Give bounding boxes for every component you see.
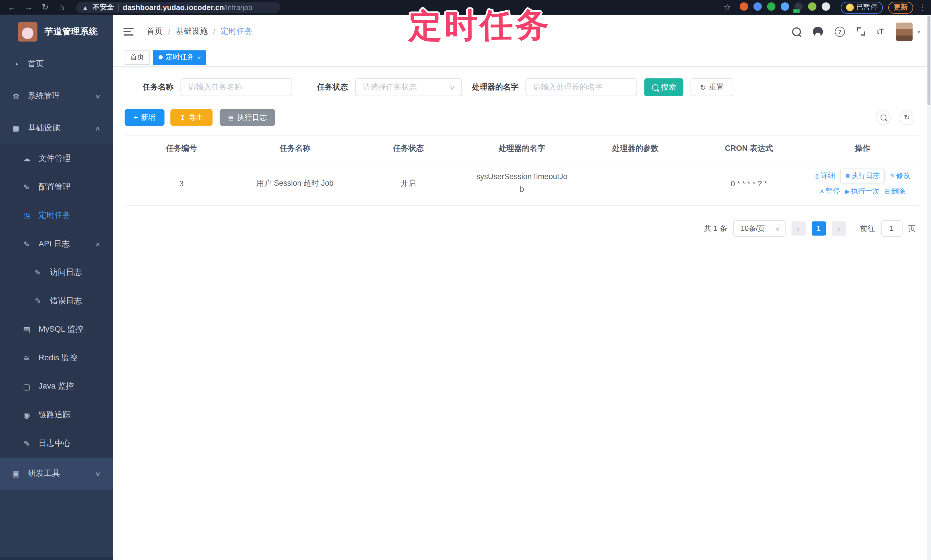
goto-page-input[interactable]: 1 bbox=[881, 220, 902, 237]
breadcrumb-item[interactable]: 基础设施 bbox=[176, 26, 208, 37]
extension-lightblue-icon[interactable] bbox=[781, 2, 789, 10]
security-label[interactable]: 不安全 bbox=[92, 2, 114, 12]
op-详细[interactable]: ◎详细 bbox=[814, 171, 835, 180]
op-修改[interactable]: ✎修改 bbox=[890, 171, 910, 180]
export-button[interactable]: ↧导出 bbox=[171, 109, 213, 126]
cell-operations: ◎详细≣执行日志✎修改 ✕暂停▶执行一次⊟删除 bbox=[806, 161, 919, 206]
chevron-down-icon[interactable]: ▾ bbox=[917, 28, 920, 35]
reload-icon[interactable]: ↻ bbox=[38, 0, 52, 15]
header-actions: ? tT ▾ bbox=[792, 22, 920, 41]
extension-puzzle-icon[interactable] bbox=[822, 2, 830, 10]
close-icon[interactable]: × bbox=[197, 54, 201, 61]
download-icon: ↧ bbox=[179, 113, 186, 122]
bookmark-star-icon[interactable]: ☆ bbox=[720, 0, 735, 15]
sidebar-item-基础设施[interactable]: ▦ 基础设施 ∧ bbox=[0, 112, 113, 144]
page-unit-label: 页 bbox=[908, 223, 916, 234]
forward-icon[interactable]: → bbox=[22, 0, 36, 15]
extension-lime-icon[interactable] bbox=[808, 2, 817, 10]
search-icon bbox=[880, 114, 886, 120]
column-header: 任务状态 bbox=[351, 135, 465, 161]
home-icon[interactable]: ⌂ bbox=[55, 0, 69, 15]
op-执行日志[interactable]: ≣执行日志 bbox=[840, 168, 885, 183]
sidebar-item-文件管理[interactable]: ☁ 文件管理 bbox=[0, 144, 113, 173]
cell-handler-params bbox=[579, 161, 692, 206]
list-icon: ≣ bbox=[228, 113, 234, 122]
tab-首页[interactable]: 首页 bbox=[125, 50, 150, 65]
gear-icon: ⚙ bbox=[11, 92, 21, 100]
toggle-search-button[interactable] bbox=[876, 110, 891, 125]
extension-blue-gem-icon[interactable] bbox=[754, 2, 762, 10]
sidebar-item-Java 监控[interactable]: ▢ Java 监控 bbox=[0, 372, 113, 401]
scrollbar[interactable] bbox=[927, 15, 931, 560]
sidebar-item-首页[interactable]: ◔ 首页 bbox=[0, 48, 113, 80]
table-toolbar: +新增 ↧导出 ≣执行日志 ↻ bbox=[125, 109, 919, 126]
sidebar-item-MySQL 监控[interactable]: ▤ MySQL 监控 bbox=[0, 315, 113, 344]
extension-green-check-icon[interactable] bbox=[767, 2, 775, 10]
extension-paused-chip[interactable]: 已暂停 bbox=[841, 2, 883, 13]
browser-extensions-area: ☆ on 已暂停 更新 ⋮ bbox=[720, 0, 926, 15]
op-删除[interactable]: ⊟删除 bbox=[885, 186, 905, 196]
browser-menu-icon[interactable]: ⋮ bbox=[919, 5, 926, 11]
cell-cron: 0 * * * * ? * bbox=[692, 161, 806, 206]
sidebar-item-访问日志[interactable]: ✎ 访问日志 bbox=[0, 258, 113, 287]
sidebar-item-API 日志[interactable]: ✎ API 日志 ∧ bbox=[0, 230, 113, 258]
prev-page-button[interactable]: ‹ bbox=[791, 222, 806, 236]
pagination: 共 1 条 10条/页∨ ‹ 1 › 前往 1 页 bbox=[125, 220, 919, 237]
address-bar[interactable]: ▲ 不安全 dashboard.yudao.iocoder.cn/infra/j… bbox=[76, 2, 280, 13]
page-size-select[interactable]: 10条/页∨ bbox=[733, 220, 785, 237]
log-center-icon: ✎ bbox=[22, 439, 31, 448]
next-page-button[interactable]: › bbox=[832, 222, 846, 236]
divider bbox=[118, 4, 119, 11]
back-icon[interactable]: ← bbox=[5, 0, 19, 15]
job-name-input[interactable]: 请输入任务名称 bbox=[180, 78, 292, 96]
job-status-select[interactable]: 请选择任务状态∨ bbox=[355, 78, 462, 96]
breadcrumb-item[interactable]: 定时任务 bbox=[221, 26, 253, 37]
sidebar-item-链路追踪[interactable]: ◉ 链路追踪 bbox=[0, 401, 113, 429]
sidebar-collapse-icon[interactable] bbox=[123, 28, 133, 35]
exec-log-button[interactable]: ≣执行日志 bbox=[220, 109, 275, 126]
reset-button[interactable]: ↻重置 bbox=[691, 78, 733, 96]
current-page[interactable]: 1 bbox=[811, 222, 826, 236]
app-logo[interactable]: 芋道管理系统 bbox=[0, 15, 113, 48]
refresh-button[interactable]: ↻ bbox=[900, 110, 914, 125]
op-暂停[interactable]: ✕暂停 bbox=[819, 186, 840, 196]
dashboard-icon: ◔ bbox=[11, 60, 21, 68]
extension-orange-icon[interactable] bbox=[740, 2, 748, 10]
tab-定时任务[interactable]: 定时任务 × bbox=[153, 50, 206, 65]
sidebar-item-错误日志[interactable]: ✎ 错误日志 bbox=[0, 287, 113, 315]
search-button[interactable]: 搜索 bbox=[644, 78, 683, 96]
avatar[interactable] bbox=[896, 22, 913, 41]
add-button[interactable]: +新增 bbox=[125, 109, 165, 126]
breadcrumb-item[interactable]: 首页 bbox=[146, 26, 163, 37]
help-icon[interactable]: ? bbox=[835, 26, 845, 36]
job-name-label: 任务名称 bbox=[143, 82, 174, 92]
scrollbar-thumb[interactable] bbox=[928, 16, 930, 105]
sidebar-item-系统管理[interactable]: ⚙ 系统管理 ∨ bbox=[0, 80, 113, 112]
edit-square-icon: ✎ bbox=[22, 183, 31, 191]
sidebar-item-Redis 监控[interactable]: ≋ Redis 监控 bbox=[0, 344, 113, 372]
screen: ← → ↻ ⌂ ▲ 不安全 dashboard.yudao.iocoder.cn… bbox=[0, 0, 931, 560]
cloud-upload-icon: ☁ bbox=[22, 154, 31, 163]
handler-name-label: 处理器的名字 bbox=[472, 82, 518, 92]
search-form: 任务名称 请输入任务名称 任务状态 请选择任务状态∨ 处理器的名字 请输入处理器… bbox=[125, 78, 919, 96]
font-size-icon[interactable]: tT bbox=[877, 27, 884, 36]
browser-update-button[interactable]: 更新 bbox=[888, 2, 913, 13]
url-text[interactable]: dashboard.yudao.iocoder.cn/infra/job bbox=[123, 3, 252, 11]
delete-icon: ⊟ bbox=[885, 188, 890, 194]
chevron-up-icon: ∧ bbox=[94, 241, 100, 247]
plus-icon: + bbox=[134, 113, 138, 122]
sidebar-bottom-strip bbox=[0, 557, 113, 560]
sidebar-item-研发工具[interactable]: ▣ 研发工具 ∨ bbox=[0, 458, 113, 489]
sidebar-item-日志中心[interactable]: ✎ 日志中心 bbox=[0, 429, 113, 458]
sidebar-item-配置管理[interactable]: ✎ 配置管理 bbox=[0, 173, 113, 202]
tags-view-bar: 首页 定时任务 × bbox=[113, 48, 931, 67]
chevron-up-icon: ∧ bbox=[94, 125, 100, 132]
github-icon[interactable] bbox=[813, 26, 823, 36]
op-执行一次[interactable]: ▶执行一次 bbox=[845, 186, 880, 196]
handler-name-input[interactable]: 请输入处理器的名字 bbox=[525, 78, 637, 96]
extension-dark-icon[interactable]: on bbox=[794, 2, 803, 10]
fullscreen-icon[interactable] bbox=[857, 27, 865, 35]
sidebar-item-定时任务[interactable]: ◷ 定时任务 bbox=[0, 201, 113, 230]
search-icon[interactable] bbox=[792, 27, 801, 36]
on-badge: on bbox=[793, 9, 800, 13]
